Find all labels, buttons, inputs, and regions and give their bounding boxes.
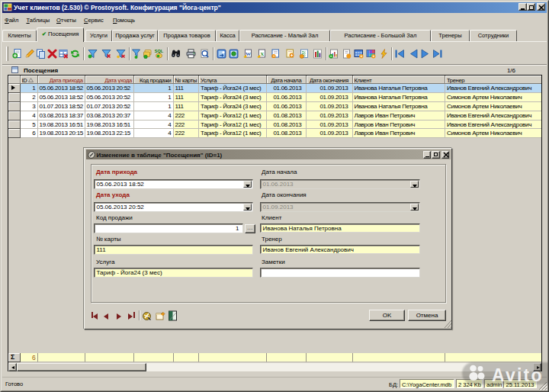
- svg-text:SQL: SQL: [155, 49, 164, 53]
- svg-text:X: X: [260, 51, 264, 57]
